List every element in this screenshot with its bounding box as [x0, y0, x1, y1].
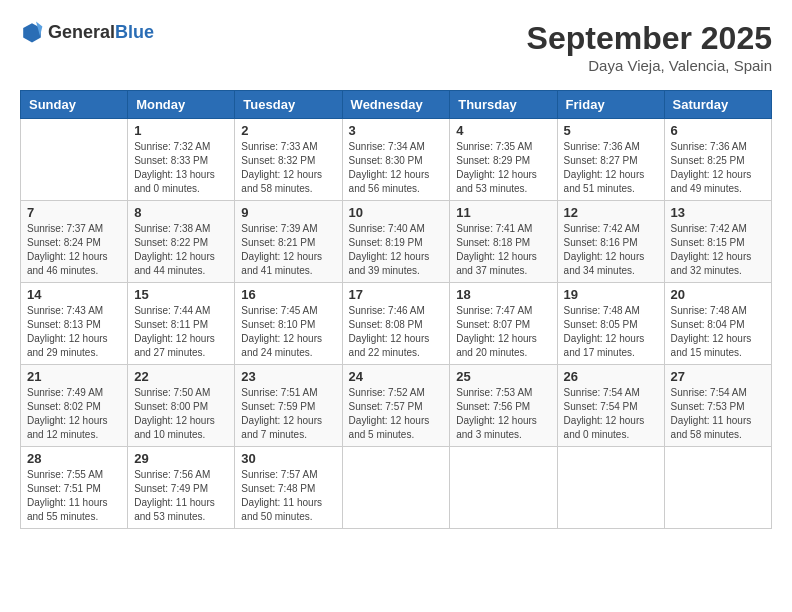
calendar-cell: 14Sunrise: 7:43 AMSunset: 8:13 PMDayligh…	[21, 283, 128, 365]
calendar-dow-header: Tuesday	[235, 91, 342, 119]
calendar-cell: 27Sunrise: 7:54 AMSunset: 7:53 PMDayligh…	[664, 365, 771, 447]
location-title: Daya Vieja, Valencia, Spain	[527, 57, 772, 74]
day-number: 14	[27, 287, 121, 302]
day-info: Sunrise: 7:57 AMSunset: 7:48 PMDaylight:…	[241, 468, 335, 524]
day-number: 15	[134, 287, 228, 302]
day-number: 27	[671, 369, 765, 384]
day-info: Sunrise: 7:38 AMSunset: 8:22 PMDaylight:…	[134, 222, 228, 278]
day-number: 22	[134, 369, 228, 384]
calendar-dow-header: Sunday	[21, 91, 128, 119]
calendar-cell: 12Sunrise: 7:42 AMSunset: 8:16 PMDayligh…	[557, 201, 664, 283]
day-info: Sunrise: 7:32 AMSunset: 8:33 PMDaylight:…	[134, 140, 228, 196]
calendar-header-row: SundayMondayTuesdayWednesdayThursdayFrid…	[21, 91, 772, 119]
day-number: 29	[134, 451, 228, 466]
calendar-dow-header: Wednesday	[342, 91, 450, 119]
calendar-cell: 17Sunrise: 7:46 AMSunset: 8:08 PMDayligh…	[342, 283, 450, 365]
day-number: 16	[241, 287, 335, 302]
day-info: Sunrise: 7:50 AMSunset: 8:00 PMDaylight:…	[134, 386, 228, 442]
day-number: 30	[241, 451, 335, 466]
calendar-cell	[557, 447, 664, 529]
day-info: Sunrise: 7:36 AMSunset: 8:25 PMDaylight:…	[671, 140, 765, 196]
calendar-cell: 4Sunrise: 7:35 AMSunset: 8:29 PMDaylight…	[450, 119, 557, 201]
day-number: 2	[241, 123, 335, 138]
calendar-table: SundayMondayTuesdayWednesdayThursdayFrid…	[20, 90, 772, 529]
day-info: Sunrise: 7:41 AMSunset: 8:18 PMDaylight:…	[456, 222, 550, 278]
title-block: September 2025 Daya Vieja, Valencia, Spa…	[527, 20, 772, 74]
calendar-week-row: 14Sunrise: 7:43 AMSunset: 8:13 PMDayligh…	[21, 283, 772, 365]
calendar-cell: 20Sunrise: 7:48 AMSunset: 8:04 PMDayligh…	[664, 283, 771, 365]
day-number: 20	[671, 287, 765, 302]
calendar-cell: 30Sunrise: 7:57 AMSunset: 7:48 PMDayligh…	[235, 447, 342, 529]
day-number: 4	[456, 123, 550, 138]
day-number: 9	[241, 205, 335, 220]
day-number: 25	[456, 369, 550, 384]
calendar-cell: 25Sunrise: 7:53 AMSunset: 7:56 PMDayligh…	[450, 365, 557, 447]
calendar-cell	[664, 447, 771, 529]
calendar-week-row: 28Sunrise: 7:55 AMSunset: 7:51 PMDayligh…	[21, 447, 772, 529]
day-info: Sunrise: 7:52 AMSunset: 7:57 PMDaylight:…	[349, 386, 444, 442]
day-info: Sunrise: 7:49 AMSunset: 8:02 PMDaylight:…	[27, 386, 121, 442]
day-info: Sunrise: 7:42 AMSunset: 8:16 PMDaylight:…	[564, 222, 658, 278]
day-number: 11	[456, 205, 550, 220]
day-number: 3	[349, 123, 444, 138]
day-info: Sunrise: 7:51 AMSunset: 7:59 PMDaylight:…	[241, 386, 335, 442]
calendar-cell: 16Sunrise: 7:45 AMSunset: 8:10 PMDayligh…	[235, 283, 342, 365]
calendar-cell	[450, 447, 557, 529]
day-number: 13	[671, 205, 765, 220]
month-title: September 2025	[527, 20, 772, 57]
calendar-cell: 28Sunrise: 7:55 AMSunset: 7:51 PMDayligh…	[21, 447, 128, 529]
day-number: 21	[27, 369, 121, 384]
day-number: 5	[564, 123, 658, 138]
logo-blue-text: Blue	[115, 22, 154, 42]
day-number: 6	[671, 123, 765, 138]
calendar-cell: 1Sunrise: 7:32 AMSunset: 8:33 PMDaylight…	[128, 119, 235, 201]
day-number: 19	[564, 287, 658, 302]
calendar-cell: 10Sunrise: 7:40 AMSunset: 8:19 PMDayligh…	[342, 201, 450, 283]
day-info: Sunrise: 7:47 AMSunset: 8:07 PMDaylight:…	[456, 304, 550, 360]
day-number: 7	[27, 205, 121, 220]
day-info: Sunrise: 7:33 AMSunset: 8:32 PMDaylight:…	[241, 140, 335, 196]
calendar-cell: 7Sunrise: 7:37 AMSunset: 8:24 PMDaylight…	[21, 201, 128, 283]
day-info: Sunrise: 7:43 AMSunset: 8:13 PMDaylight:…	[27, 304, 121, 360]
day-number: 23	[241, 369, 335, 384]
calendar-week-row: 1Sunrise: 7:32 AMSunset: 8:33 PMDaylight…	[21, 119, 772, 201]
day-info: Sunrise: 7:44 AMSunset: 8:11 PMDaylight:…	[134, 304, 228, 360]
day-info: Sunrise: 7:55 AMSunset: 7:51 PMDaylight:…	[27, 468, 121, 524]
day-info: Sunrise: 7:53 AMSunset: 7:56 PMDaylight:…	[456, 386, 550, 442]
calendar-cell: 2Sunrise: 7:33 AMSunset: 8:32 PMDaylight…	[235, 119, 342, 201]
page-header: GeneralBlue September 2025 Daya Vieja, V…	[20, 20, 772, 74]
day-info: Sunrise: 7:35 AMSunset: 8:29 PMDaylight:…	[456, 140, 550, 196]
day-number: 26	[564, 369, 658, 384]
calendar-cell: 23Sunrise: 7:51 AMSunset: 7:59 PMDayligh…	[235, 365, 342, 447]
calendar-cell: 13Sunrise: 7:42 AMSunset: 8:15 PMDayligh…	[664, 201, 771, 283]
calendar-cell: 22Sunrise: 7:50 AMSunset: 8:00 PMDayligh…	[128, 365, 235, 447]
day-number: 18	[456, 287, 550, 302]
day-number: 12	[564, 205, 658, 220]
day-info: Sunrise: 7:34 AMSunset: 8:30 PMDaylight:…	[349, 140, 444, 196]
calendar-cell: 11Sunrise: 7:41 AMSunset: 8:18 PMDayligh…	[450, 201, 557, 283]
calendar-cell: 6Sunrise: 7:36 AMSunset: 8:25 PMDaylight…	[664, 119, 771, 201]
day-number: 8	[134, 205, 228, 220]
day-info: Sunrise: 7:56 AMSunset: 7:49 PMDaylight:…	[134, 468, 228, 524]
calendar-dow-header: Monday	[128, 91, 235, 119]
calendar-dow-header: Saturday	[664, 91, 771, 119]
calendar-cell: 24Sunrise: 7:52 AMSunset: 7:57 PMDayligh…	[342, 365, 450, 447]
calendar-dow-header: Friday	[557, 91, 664, 119]
calendar-cell: 18Sunrise: 7:47 AMSunset: 8:07 PMDayligh…	[450, 283, 557, 365]
calendar-cell: 3Sunrise: 7:34 AMSunset: 8:30 PMDaylight…	[342, 119, 450, 201]
calendar-week-row: 7Sunrise: 7:37 AMSunset: 8:24 PMDaylight…	[21, 201, 772, 283]
day-info: Sunrise: 7:48 AMSunset: 8:04 PMDaylight:…	[671, 304, 765, 360]
calendar-cell: 26Sunrise: 7:54 AMSunset: 7:54 PMDayligh…	[557, 365, 664, 447]
calendar-cell: 5Sunrise: 7:36 AMSunset: 8:27 PMDaylight…	[557, 119, 664, 201]
day-info: Sunrise: 7:40 AMSunset: 8:19 PMDaylight:…	[349, 222, 444, 278]
calendar-cell: 9Sunrise: 7:39 AMSunset: 8:21 PMDaylight…	[235, 201, 342, 283]
day-number: 10	[349, 205, 444, 220]
calendar-dow-header: Thursday	[450, 91, 557, 119]
day-info: Sunrise: 7:54 AMSunset: 7:54 PMDaylight:…	[564, 386, 658, 442]
calendar-cell: 21Sunrise: 7:49 AMSunset: 8:02 PMDayligh…	[21, 365, 128, 447]
day-info: Sunrise: 7:36 AMSunset: 8:27 PMDaylight:…	[564, 140, 658, 196]
calendar-cell: 29Sunrise: 7:56 AMSunset: 7:49 PMDayligh…	[128, 447, 235, 529]
calendar-cell: 8Sunrise: 7:38 AMSunset: 8:22 PMDaylight…	[128, 201, 235, 283]
day-number: 17	[349, 287, 444, 302]
day-info: Sunrise: 7:46 AMSunset: 8:08 PMDaylight:…	[349, 304, 444, 360]
